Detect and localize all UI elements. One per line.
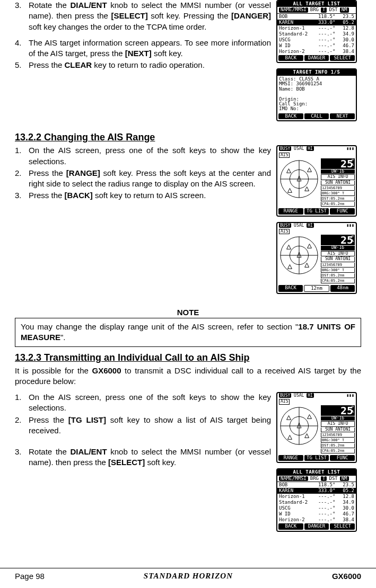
ais-info-field: BRG:300° T — [321, 191, 355, 196]
ais-info-title: AIS INFO — [321, 421, 355, 426]
softkey-back[interactable]: BACK — [278, 523, 303, 529]
svg-marker-6 — [308, 168, 312, 172]
step-text: Press the CLEAR key to return to radio o… — [29, 60, 271, 70]
svg-marker-16 — [305, 263, 309, 268]
softkey-call[interactable]: CALL — [304, 113, 329, 119]
lcd-target-info: TARGET INFO 1/5 Class: CLASS A MMSI: 366… — [276, 68, 357, 121]
softkey-danger[interactable]: DANGER — [304, 55, 329, 61]
list-row: Horizon-2---.-°38.4 — [277, 517, 356, 523]
lcd-ais-screen-3: BUSY USAL HI ▮▮▮ AIS 25PA DW·16 AIS INF — [276, 392, 357, 463]
step-a3: 3. Rotate the DIAL/ENT knob to select th… — [15, 0, 271, 32]
list-row: Horizon-1---.-°12.8 — [277, 494, 356, 500]
ais-info-field: DST:05.2nm — [321, 443, 355, 448]
lcd-all-target-list: ALL TARGET LIST NAME/MMSI BRG T DST NM B… — [276, 0, 357, 63]
dw-label: DW·16 — [321, 246, 355, 250]
ais-radar — [278, 405, 320, 447]
list-row: BOB118.5°23.5 — [277, 482, 356, 488]
ais-info-title: AIS INFO — [321, 174, 355, 180]
note-text-pre: You may change the display range unit of… — [21, 322, 298, 331]
step-num: 4. — [15, 38, 29, 59]
footer-model: GX6000 — [332, 572, 361, 581]
ais-info-field: 123456789 — [321, 263, 355, 268]
lcd-softkeys: BACK CALL NEXT — [277, 113, 356, 120]
step-b3: 3. Press the [BACK] soft key to return t… — [15, 190, 271, 201]
step-a4: 4. The AIS target information screen app… — [15, 38, 271, 59]
list-row: Standard-2---.-°34.9 — [277, 500, 356, 505]
dw-label: DW·16 — [321, 416, 355, 421]
svg-marker-5 — [287, 169, 291, 173]
softkey-back[interactable]: BACK — [278, 113, 303, 119]
ais-info-field: DST:05.2nm — [321, 273, 355, 278]
channel-number: 25PA — [321, 158, 355, 169]
step-text: Rotate the DIAL/ENT knob to select the M… — [29, 0, 271, 32]
channel-number: 25PA — [321, 235, 355, 245]
step-c1: 1. On the AIS screen, press one of the s… — [15, 392, 271, 414]
list-row: USCG---.-°30.0 — [277, 37, 356, 43]
ais-label: AIS — [279, 399, 290, 404]
note-box: You may change the display range unit of… — [15, 318, 361, 347]
lcd-softkeys: BACK12nm48nm — [277, 284, 356, 293]
svg-marker-17 — [288, 265, 292, 269]
softkey[interactable]: BACK — [278, 285, 303, 292]
ais-info-field: CPA:05.2nm — [321, 202, 355, 207]
page-footer: Page 98 STANDARD HORIZON GX6000 — [0, 568, 376, 581]
list-row: KAREN333.0°05.2 — [277, 488, 356, 494]
list-row: KAREN333.0°05.2 — [277, 20, 356, 25]
info-line: IMO No: — [279, 106, 354, 111]
ais-info-field: 123456789 — [321, 186, 355, 191]
softkey-danger[interactable]: DANGER — [304, 523, 329, 529]
ais-radar — [278, 158, 320, 200]
list-row: USCG---.-°30.0 — [277, 505, 356, 511]
channel-number: 25PA — [321, 405, 355, 416]
softkey[interactable]: TG LIST — [304, 455, 329, 461]
ais-info-field: CPA:05.2nm — [321, 279, 355, 283]
list-row: W ID---.-°46.7 — [277, 511, 356, 517]
svg-marker-14 — [287, 245, 291, 250]
ais-radar — [278, 235, 320, 276]
softkey-select[interactable]: SELECT — [330, 55, 355, 61]
svg-marker-23 — [287, 415, 291, 420]
softkey-select[interactable]: SELECT — [330, 523, 355, 529]
softkey[interactable]: TG LIST — [304, 208, 329, 214]
ais-label: AIS — [279, 153, 290, 158]
footer-page: Page 98 — [15, 572, 45, 581]
lcd-softkeys: BACK DANGER SELECT — [277, 55, 356, 62]
lcd-title: TARGET INFO 1/5 — [277, 69, 356, 75]
intro-text: It is possible for the GX6000 to transmi… — [15, 366, 361, 387]
lcd-all-target-list-2: ALL TARGET LIST NAME/MMSI BRG T DST NM B… — [276, 468, 357, 531]
lcd-softkeys: RANGETG LISTFUNC — [277, 208, 356, 215]
battery-icon: ▮▮▮ — [347, 147, 354, 151]
step-num: 5. — [15, 60, 29, 70]
footer-brand: STANDARD HORIZON — [144, 572, 233, 581]
svg-marker-8 — [288, 189, 292, 193]
list-row: Horizon-1---.-°12.8 — [277, 25, 356, 31]
softkey[interactable]: RANGE — [278, 208, 303, 214]
dw-label: DW·16 — [321, 170, 355, 174]
step-a5: 5. Press the CLEAR key to return to radi… — [15, 60, 271, 70]
list-row: W ID---.-°46.7 — [277, 43, 356, 49]
softkey[interactable]: 48nm — [330, 285, 355, 292]
ais-info-field: BRG:300° T — [321, 438, 355, 443]
step-c2: 2. Press the [TG LIST] soft key to show … — [15, 415, 271, 436]
note-heading: NOTE — [15, 308, 361, 317]
softkey[interactable]: 12nm — [304, 285, 329, 292]
lcd-ais-screen-1: BUSY USAL HI ▮▮▮ AIS 25PA DW·16 AIS INF — [276, 145, 357, 216]
step-c3: 3. Rotate the DIAL/ENT knob to select th… — [15, 447, 271, 468]
lcd-softkeys: RANGETG LISTFUNC — [277, 455, 356, 462]
svg-marker-25 — [305, 433, 309, 438]
list-row: Horizon-2---.-°38.4 — [277, 49, 356, 55]
lcd-title: ALL TARGET LIST — [277, 1, 356, 7]
lcd-ais-screen-2: BUSY USAL HI ▮▮▮ AIS 25PA DW·16 AIS INF — [276, 222, 357, 294]
softkey-next[interactable]: NEXT — [330, 113, 355, 119]
softkey-back[interactable]: BACK — [278, 55, 303, 61]
ais-info-field: CPA:05.2nm — [321, 449, 355, 453]
softkey[interactable]: FUNC — [330, 455, 355, 461]
softkey[interactable]: RANGE — [278, 455, 303, 461]
svg-marker-15 — [308, 244, 312, 248]
section-title-individual-call: 13.2.3 Transmitting an Individual Call t… — [15, 352, 361, 363]
section-title-ais-range: 13.2.2 Changing the AIS Range — [15, 132, 361, 143]
svg-marker-7 — [305, 187, 309, 191]
lcd-list-header: NAME/MMSI BRG T DST NM — [277, 7, 356, 13]
softkey[interactable]: FUNC — [330, 208, 355, 214]
ais-info-field: DST:05.2nm — [321, 197, 355, 201]
